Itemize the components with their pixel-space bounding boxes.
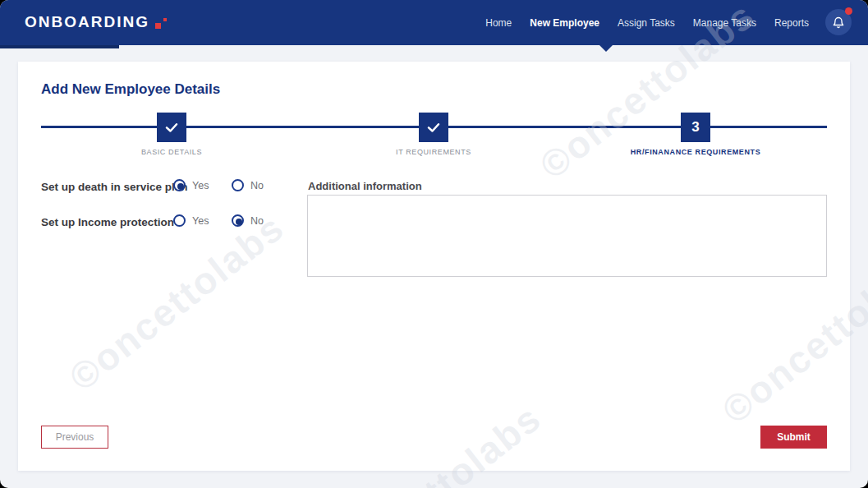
step-hr-finance-requirements[interactable]: 3: [681, 113, 710, 142]
nav-item-assign-tasks[interactable]: Assign Tasks: [618, 17, 675, 29]
radio-icon: [173, 179, 186, 191]
step-label-hr-finance-requirements: HR/FINANANCE REQUIREMENTS: [581, 148, 811, 156]
step-number: 3: [691, 119, 699, 136]
additional-information-label: Additional information: [308, 180, 422, 192]
radio-death-in-service-no[interactable]: No: [232, 179, 264, 191]
submit-button[interactable]: Submit: [760, 426, 827, 449]
form-card: Add New Employee Details 3 BASIC DETAILS…: [18, 62, 850, 471]
notification-unread-dot: [845, 7, 852, 15]
radio-label: Yes: [192, 180, 209, 191]
radio-income-protection-yes[interactable]: Yes: [173, 214, 209, 227]
question-death-in-service-label: Set up death in service plan: [41, 181, 188, 193]
radio-label: No: [250, 180, 264, 191]
nav-links: Home New Employee Assign Tasks Manage Ta…: [485, 0, 809, 45]
radio-label: Yes: [192, 215, 209, 227]
radio-label: No: [250, 215, 264, 227]
nav-item-home[interactable]: Home: [485, 17, 512, 29]
nav-item-reports[interactable]: Reports: [774, 17, 809, 29]
step-label-it-requirements: IT REQUIREMENTS: [319, 148, 549, 156]
notifications-button[interactable]: [825, 9, 852, 35]
logo-square-icon: [155, 23, 161, 29]
active-nav-caret-icon: [599, 45, 613, 52]
nav-item-manage-tasks[interactable]: Manage Tasks: [693, 17, 756, 29]
previous-button[interactable]: Previous: [41, 426, 108, 449]
page-title: Add New Employee Details: [41, 81, 220, 98]
top-navbar: ONBOARDING Home New Employee Assign Task…: [0, 0, 868, 45]
bell-icon: [832, 16, 845, 30]
additional-information-textarea[interactable]: [307, 195, 827, 277]
app-window: ONBOARDING Home New Employee Assign Task…: [0, 0, 868, 488]
radio-icon: [232, 214, 244, 227]
radio-income-protection-no[interactable]: No: [232, 214, 264, 227]
radio-death-in-service-yes[interactable]: Yes: [173, 179, 209, 191]
radio-icon: [173, 214, 186, 227]
radio-icon: [232, 179, 244, 191]
logo-square-small-icon: [163, 18, 167, 21]
step-label-basic-details: BASIC DETAILS: [57, 148, 287, 156]
question-income-protection-label: Set up Income protection: [41, 216, 174, 228]
nav-item-new-employee[interactable]: New Employee: [530, 17, 599, 29]
brand-logo-text: ONBOARDING: [25, 13, 149, 30]
navbar-shadow-strip: [0, 45, 119, 48]
check-icon: [426, 120, 441, 135]
check-icon: [164, 120, 179, 135]
step-basic-details[interactable]: [157, 113, 186, 142]
brand-logo[interactable]: ONBOARDING: [25, 13, 149, 31]
step-it-requirements[interactable]: [419, 113, 448, 142]
